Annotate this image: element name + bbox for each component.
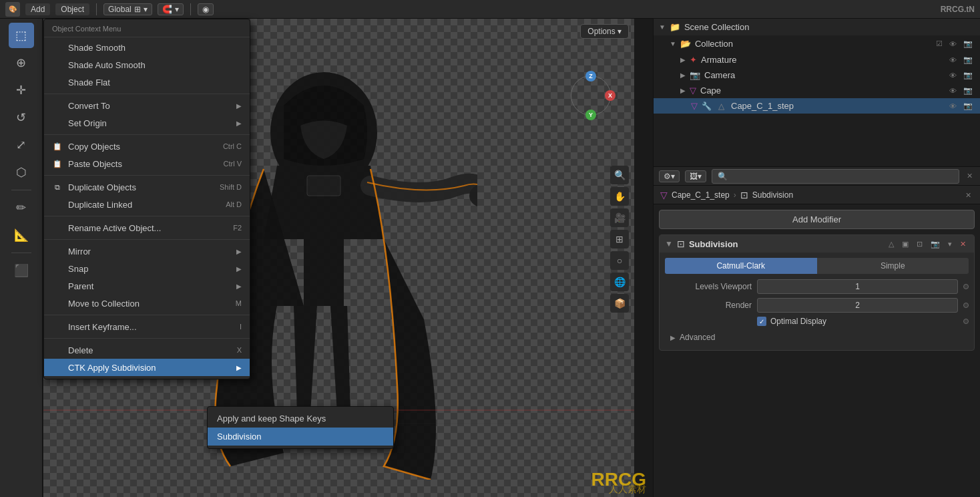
modifier-display-icon[interactable]: ▣ [899,239,911,249]
cape-c1-visibility[interactable]: 👁 [947,102,959,111]
world-btn[interactable]: 🌐 [610,273,629,291]
shade-auto-smooth-item[interactable]: Shade Auto Smooth [44,56,250,73]
camera-cam-btn[interactable]: 📷 [961,70,975,80]
add-primitive-btn[interactable]: ⬛ [9,258,34,283]
render-label: Render [665,301,752,310]
menu-add[interactable]: Add [25,3,50,15]
cape-visibility[interactable]: 👁 [947,86,959,96]
armature-item[interactable]: ▶ ✦ Armature 👁 📷 [654,52,980,67]
camera-btn[interactable]: 🎥 [610,208,629,227]
transform-mode-select[interactable]: Global ⊞ ▾ [103,3,152,15]
divider1 [96,3,97,15]
breadcrumb-close[interactable]: ✕ [963,190,973,200]
measure-tool-btn[interactable]: 📐 [9,222,34,248]
levels-viewport-keyframe[interactable] [963,284,969,289]
shading-select[interactable]: ◉ [198,3,214,15]
rename-item[interactable]: Rename Active Object... F2 [44,219,250,236]
rotate-tool-btn[interactable]: ↺ [9,105,34,130]
render-keyframe[interactable] [963,303,969,308]
collection-visibility[interactable]: 👁 [947,39,959,49]
move-tool-btn[interactable]: ✛ [9,77,34,103]
annotate-tool-btn[interactable]: ✏ [9,195,34,220]
props-filter-btn[interactable]: ✕ [965,171,975,181]
grid-btn[interactable]: ⊞ [610,230,629,248]
modifier-close-btn[interactable]: ✕ [957,239,969,249]
convert-to-item[interactable]: Convert To ▶ [44,97,250,114]
cape-item[interactable]: ▶ ▽ Cape 👁 📷 [654,83,980,98]
camera-item[interactable]: ▶ 📷 Camera 👁 📷 [654,67,980,83]
scene-collection-row[interactable]: ▼ 📁 Scene Collection [654,19,980,35]
armature-visibility[interactable]: 👁 [947,55,959,65]
parent-item[interactable]: Parent ▶ [44,277,250,295]
modifier-cam-icon[interactable]: ⊡ [914,239,925,249]
viewport-gizmo[interactable]: Z X Y [567,72,614,119]
gizmo-x-axis: X [605,90,616,101]
dup-shortcut: Shift D [220,183,242,191]
collection-row[interactable]: ▼ 📂 Collection ☑ 👁 📷 [654,35,980,52]
insert-keyframe-label: Insert Keyframe... [68,322,137,332]
modifier-container: Add Modifier ▼ ⊡ Subdivision △ ▣ ⊡ 📷 ▾ ✕ [654,204,980,356]
set-origin-arrow: ▶ [236,120,242,127]
paste-objects-item[interactable]: 📋 Paste Objects Ctrl V [44,155,250,172]
levels-viewport-value[interactable]: 1 [757,279,958,294]
scale-tool-btn[interactable]: ⤢ [9,132,34,158]
modifier-collapse-toggle[interactable]: ▼ [665,239,673,248]
render2-btn[interactable]: 📦 [610,294,629,313]
props-display-select[interactable]: 🖼▾ [685,170,706,182]
optimal-display-checkbox[interactable]: ✓ [757,317,766,326]
shade-flat-item[interactable]: Shade Flat [44,73,250,91]
cape-c1-camera[interactable]: 📷 [961,101,975,111]
menu-object[interactable]: Object [55,3,89,15]
duplicate-objects-label: Duplicate Objects [68,182,136,192]
shading-icon: ◉ [202,5,209,14]
cursor-tool-btn[interactable]: ⊕ [9,50,34,75]
cape-c1-step-item[interactable]: ▽ 🔧 △ Cape_C_1_step 👁 📷 [654,98,980,114]
breadcrumb-obj-icon: ▽ [660,190,668,200]
modifier-render-icon[interactable]: 📷 [928,239,943,249]
pan-btn[interactable]: ✋ [610,187,629,206]
delete-item[interactable]: Delete X [44,341,250,359]
set-origin-item[interactable]: Set Origin ▶ [44,114,250,132]
select-tool-btn[interactable]: ⬚ [9,23,34,48]
sep5 [44,239,250,240]
duplicate-objects-item[interactable]: ⧉ Duplicate Objects Shift D [44,178,250,196]
insert-keyframe-item[interactable]: Insert Keyframe... I [44,318,250,335]
armature-camera[interactable]: 📷 [961,55,975,65]
modifier-more-icon[interactable]: ▾ [945,239,955,249]
snap-item[interactable]: Snap ▶ [44,260,250,277]
catmull-clark-btn[interactable]: Catmull-Clark [665,258,817,274]
transform-tool-btn[interactable]: ⬡ [9,160,34,185]
ctk-apply-item[interactable]: CTK Apply Subdivision ▶ [44,359,250,376]
advanced-row[interactable]: ▶ Advanced [665,330,969,345]
mirror-item[interactable]: Mirror ▶ [44,242,250,260]
shade-smooth-item[interactable]: Shade Smooth [44,39,250,56]
options-button[interactable]: Options ▾ [580,24,629,39]
mirror-icon [52,246,63,257]
cape-camera[interactable]: 📷 [961,86,975,96]
duplicate-linked-item[interactable]: Duplicate Linked Alt D [44,196,250,213]
modifier-wrench-icon[interactable]: △ [886,239,897,249]
collection-checkbox[interactable]: ☑ [934,39,945,49]
scene-collection-label: Scene Collection [684,22,750,32]
simple-btn[interactable]: Simple [817,258,969,274]
zoom-in-btn[interactable]: 🔍 [610,166,629,184]
snap-icon: 🧲 [162,5,172,14]
dup-linked-shortcut: Alt D [226,200,242,208]
props-search-field[interactable]: 🔍 [712,169,959,184]
copy-objects-item[interactable]: 📋 Copy Objects Ctrl C [44,138,250,155]
snap-select[interactable]: 🧲 ▾ [158,3,184,15]
collection-row-controls: ☑ 👁 📷 [934,39,975,49]
render-btn[interactable]: ○ [610,251,629,270]
cape-label: Cape [700,86,721,96]
collection-camera[interactable]: 📷 [961,39,975,49]
add-modifier-button[interactable]: Add Modifier [659,210,975,229]
camera-visibility[interactable]: 👁 [947,71,959,80]
optimal-display-keyframe[interactable] [963,319,969,324]
gizmo-y-axis: Y [585,110,596,120]
subdivision-submenu-item[interactable]: Subdivision [208,428,393,446]
move-to-collection-item[interactable]: Move to Collection M [44,295,250,312]
collection-arrow: ▼ [670,40,676,47]
render-value[interactable]: 2 [757,298,958,313]
props-type-select[interactable]: ⚙▾ [659,170,680,182]
apply-keep-shape-keys-item[interactable]: Apply and keep Shape Keys [208,409,393,428]
